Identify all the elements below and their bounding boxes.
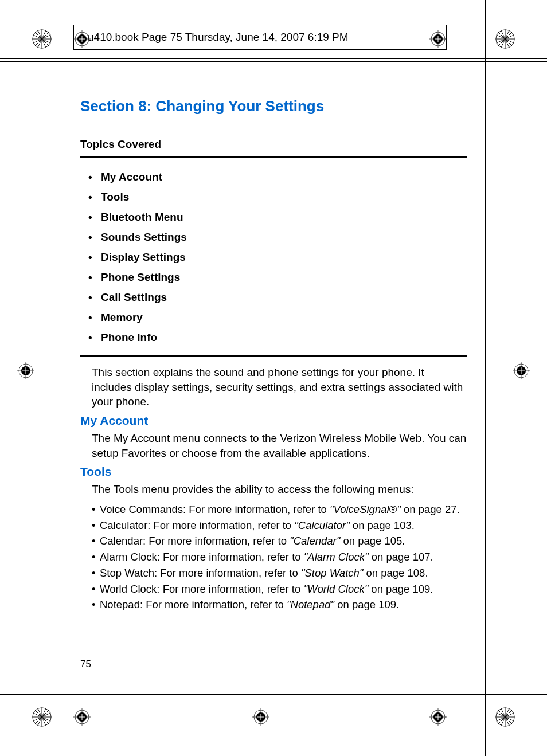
- document-header-box: u410.book Page 75 Thursday, June 14, 200…: [73, 25, 447, 50]
- tools-menu-item: Voice Commands: For more information, re…: [92, 502, 467, 518]
- tools-heading: Tools: [80, 465, 467, 479]
- reference-page: on page 108.: [363, 567, 428, 579]
- topics-list: My Account Tools Bluetooth Menu Sounds S…: [80, 171, 467, 344]
- topic-item: Phone Info: [88, 331, 467, 344]
- topics-covered-heading: Topics Covered: [80, 138, 467, 151]
- section-intro: This section explains the sound and phon…: [80, 365, 467, 409]
- frame-line: [62, 0, 62, 756]
- tool-item-label: Stop Watch: For more information, refer …: [100, 567, 301, 579]
- reference-page: on page 103.: [350, 519, 415, 531]
- registration-mark-icon: [32, 29, 52, 49]
- tools-menu-item: Calculator: For more information, refer …: [92, 518, 467, 534]
- reference-page: on page 109.: [334, 598, 399, 610]
- reference-page: on page 27.: [401, 503, 460, 515]
- reference-page: on page 109.: [368, 583, 433, 595]
- topic-item: Phone Settings: [88, 271, 467, 284]
- tool-item-label: Calendar: For more information, refer to: [100, 535, 290, 547]
- topic-item: Display Settings: [88, 251, 467, 264]
- tools-menu-item: World Clock: For more information, refer…: [92, 581, 467, 597]
- page-content: Section 8: Changing Your Settings Topics…: [80, 97, 467, 681]
- topic-item: Tools: [88, 191, 467, 203]
- tool-item-label: Alarm Clock: For more information, refer…: [100, 551, 304, 563]
- my-account-body: The My Account menu connects to the Veri…: [80, 431, 467, 460]
- crosshair-icon: [252, 708, 269, 726]
- tools-menu-item: Alarm Clock: For more information, refer…: [92, 549, 467, 565]
- topic-item: Call Settings: [88, 291, 467, 304]
- reference-title: "Calendar": [290, 535, 340, 547]
- reference-page: on page 105.: [340, 535, 405, 547]
- tools-menu-list: Voice Commands: For more information, re…: [80, 502, 467, 613]
- frame-line: [485, 0, 486, 756]
- document-meta: u410.book Page 75 Thursday, June 14, 200…: [88, 31, 349, 44]
- reference-title: "Notepad": [287, 598, 334, 610]
- my-account-heading: My Account: [80, 414, 467, 428]
- registration-mark-icon: [495, 707, 515, 727]
- reference-title: "VoiceSignal®": [330, 503, 401, 515]
- topic-item: My Account: [88, 171, 467, 183]
- reference-title: "World Clock": [303, 583, 368, 595]
- frame-line: [0, 694, 547, 695]
- tool-item-label: Notepad: For more information, refer to: [100, 598, 287, 610]
- page-number: 75: [80, 659, 91, 670]
- registration-mark-icon: [32, 707, 52, 727]
- divider: [80, 156, 467, 158]
- tools-menu-item: Calendar: For more information, refer to…: [92, 533, 467, 549]
- divider: [80, 355, 467, 357]
- crosshair-icon: [429, 708, 447, 726]
- topic-item: Sounds Settings: [88, 231, 467, 244]
- reference-title: "Alarm Clock": [304, 551, 369, 563]
- frame-line: [0, 698, 547, 698]
- crosshair-icon: [17, 362, 34, 379]
- crosshair-icon: [73, 708, 91, 726]
- topic-item: Bluetooth Menu: [88, 211, 467, 224]
- crosshair-icon: [513, 362, 530, 379]
- registration-mark-icon: [495, 29, 515, 49]
- reference-page: on page 107.: [369, 551, 433, 563]
- section-title: Section 8: Changing Your Settings: [80, 97, 467, 115]
- frame-line: [0, 61, 547, 62]
- tools-intro: The Tools menu provides the ability to a…: [80, 482, 467, 497]
- tool-item-label: Voice Commands: For more information, re…: [100, 503, 330, 515]
- reference-title: "Calculator": [294, 519, 349, 531]
- reference-title: "Stop Watch": [301, 567, 363, 579]
- topic-item: Memory: [88, 311, 467, 324]
- tool-item-label: Calculator: For more information, refer …: [100, 519, 294, 531]
- frame-line: [0, 58, 547, 59]
- tools-menu-item: Notepad: For more information, refer to …: [92, 597, 467, 613]
- tool-item-label: World Clock: For more information, refer…: [100, 583, 303, 595]
- tools-menu-item: Stop Watch: For more information, refer …: [92, 565, 467, 581]
